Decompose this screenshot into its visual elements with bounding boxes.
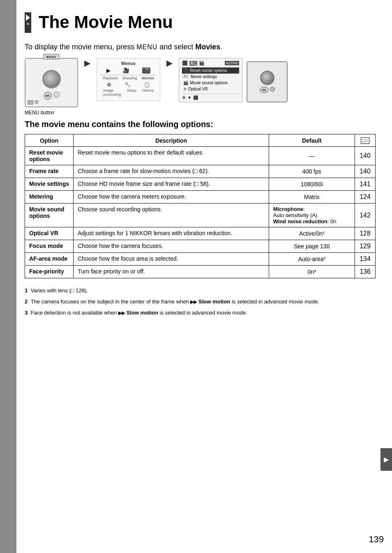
page-face: 136 bbox=[355, 266, 376, 278]
fn-text-3a: Face detection is not available when bbox=[31, 310, 118, 316]
table-row: Frame rate Choose a frame rate for slow-… bbox=[25, 165, 376, 178]
camera-left: MENU OK □ bbox=[25, 58, 78, 107]
page-number: 139 bbox=[369, 534, 384, 545]
bottom-icon-2: ▼ bbox=[187, 95, 191, 100]
wind-noise-label: Wind noise reduction bbox=[273, 218, 327, 224]
menu-panel-2: ⬛ ĀC 🎬 ACTIVE ⬛ Reset movie options ĀC M… bbox=[179, 58, 242, 102]
vr-option-icon: ✱ bbox=[183, 87, 187, 91]
arrow-2: ▶ bbox=[166, 58, 173, 68]
desc-metering: Choose how the camera meters exposure. bbox=[74, 191, 269, 204]
col-header-book: □□ bbox=[355, 134, 376, 147]
page-title: The Movie Menu bbox=[39, 12, 173, 32]
tab-label-setup: Setup bbox=[127, 88, 136, 97]
ok-button-left: OK bbox=[44, 92, 52, 100]
table-row: Movie settings Choose HD movie frame siz… bbox=[25, 178, 376, 191]
col-header-option: Option bbox=[25, 134, 74, 147]
settings-option-icon: ĀC bbox=[183, 74, 189, 79]
movies-bold: Movies bbox=[195, 43, 220, 51]
desc-face: Turn face priority on or off. bbox=[74, 266, 269, 278]
default-metering: Matrix bbox=[269, 191, 355, 204]
auto-sensitivity: Auto sensitivity (A) bbox=[273, 212, 318, 218]
fn-text-2b: is selected in advanced movie mode. bbox=[230, 298, 319, 305]
desc-reset: Reset movie menu options to their defaul… bbox=[74, 147, 269, 165]
default-face: 0n³ bbox=[269, 266, 355, 278]
camera-lens bbox=[42, 70, 61, 88]
tab-icon-imgproc: ⚙ bbox=[107, 82, 111, 88]
arrow-1: ▶ bbox=[84, 58, 90, 68]
option-vr: Optical VR bbox=[25, 227, 74, 240]
fn-num-3: 3 bbox=[25, 310, 28, 316]
table-row: Movie soundoptions Choose sound recordin… bbox=[25, 204, 376, 227]
accent-triangle bbox=[26, 14, 30, 21]
section-header: The movie menu contains the following op… bbox=[25, 120, 376, 129]
camera-left-diagram: MENU OK □ MENU button bbox=[25, 58, 78, 107]
desc-af: Choose how the focus area is selected. bbox=[74, 253, 269, 266]
fn-num-1: 1 bbox=[25, 287, 28, 294]
option-reset: Reset movieoptions bbox=[25, 147, 74, 165]
active-badge: ACTIVE bbox=[225, 61, 239, 65]
tab-label-playback: Playback bbox=[103, 76, 118, 80]
tab-label-imgproc: Imageprocessing bbox=[103, 88, 121, 97]
fn-text-3b: is selected in advanced movie mode. bbox=[158, 310, 247, 316]
page-focus: 129 bbox=[355, 240, 376, 253]
table-row: Metering Choose how the camera meters ex… bbox=[25, 191, 376, 204]
page-metering: 124 bbox=[355, 191, 376, 204]
page-container: ▶ The Movie Menu To display the movie me… bbox=[0, 0, 392, 553]
default-af: Auto-area² bbox=[269, 253, 355, 266]
option-moviesettings: Movie settings bbox=[25, 178, 74, 191]
fn-text-1: Varies with lens (□ 128). bbox=[31, 287, 88, 294]
menu-screenshot-1: Menus ▶ 🎥 🎬 Playback Shooting Movies ⚙ 🔧… bbox=[97, 58, 160, 101]
page-framerate: 140 bbox=[355, 165, 376, 178]
tab-icon-playback: ▶ bbox=[106, 67, 111, 74]
subtitle-end: . bbox=[220, 43, 222, 51]
bottom-icon-3: ⬛ bbox=[193, 95, 198, 100]
nav-button bbox=[53, 92, 60, 98]
small-button-2 bbox=[35, 100, 39, 104]
page-af: 134 bbox=[355, 253, 376, 266]
tab-label-shooting: Shooting bbox=[122, 76, 137, 80]
footnote-3: 3 Face detection is not available when ▶… bbox=[25, 309, 376, 317]
movie-option-reset: ⬛ Reset movie options bbox=[182, 67, 239, 74]
movie-option-sound: 🎬 Movie sound options bbox=[182, 80, 239, 86]
desc-focus: Choose how the camera focuses. bbox=[74, 240, 269, 253]
tab-label-history: History bbox=[142, 88, 154, 97]
subtitle-prefix: To display the movie menu, press bbox=[25, 43, 136, 51]
col-header-description: Description bbox=[74, 134, 269, 147]
table-row: Optical VR Adjust settings for 1 NIKKOR … bbox=[25, 227, 376, 240]
desc-moviesettings: Choose HD movie frame size and frame rat… bbox=[74, 178, 269, 191]
movie-settings-icon: ĀC bbox=[189, 61, 197, 66]
default-reset: — bbox=[269, 147, 355, 165]
option-face: Face-priority bbox=[25, 266, 74, 278]
subtitle-suffix: and select bbox=[157, 43, 195, 51]
reset-option-icon: ⬛ bbox=[183, 68, 188, 73]
option-focus: Focus mode bbox=[25, 240, 74, 253]
reset-icon: ⬛ bbox=[182, 60, 188, 66]
movie-option-vr: ✱ Optical VR bbox=[182, 86, 239, 92]
title-accent bbox=[25, 12, 31, 33]
table-row: Focus mode Choose how the camera focuses… bbox=[25, 240, 376, 253]
tab-icon-shooting: 🎥 bbox=[123, 67, 129, 74]
sound-option-label: Movie sound options bbox=[190, 81, 228, 85]
menu-word: MENU bbox=[136, 44, 157, 51]
illustration-area: MENU OK □ MENU button ▶ Menus bbox=[25, 58, 376, 107]
title-row: The Movie Menu bbox=[25, 8, 376, 37]
vr-option-label: Optical VR bbox=[188, 87, 208, 91]
menu-label: MENU button bbox=[25, 110, 54, 116]
microphone-label: Microphone bbox=[273, 206, 304, 212]
tab-icon-history: 📋 bbox=[144, 82, 150, 88]
footnotes: 1 Varies with lens (□ 128). 2 The camera… bbox=[25, 287, 376, 317]
sound-option-icon: 🎬 bbox=[183, 81, 188, 85]
camera-right: OK bbox=[247, 61, 288, 102]
fn-num-2: 2 bbox=[25, 298, 28, 305]
table-row: Face-priority Turn face priority on or o… bbox=[25, 266, 376, 278]
footnote-1: 1 Varies with lens (□ 128). bbox=[25, 287, 376, 295]
tab-icon-movies: 🎬 bbox=[142, 67, 150, 74]
camera-right-diagram: OK bbox=[247, 61, 288, 102]
left-accent-bar bbox=[0, 0, 16, 553]
menus-title: Menus bbox=[100, 61, 157, 66]
desc-vr: Adjust settings for 1 NIKKOR lenses with… bbox=[74, 227, 269, 240]
default-vr: Active/0n¹ bbox=[269, 227, 355, 240]
movie-option-settings: ĀC Movie settings bbox=[182, 74, 239, 80]
page-moviesettings: 141 bbox=[355, 178, 376, 191]
small-button-1: □ bbox=[28, 100, 33, 104]
